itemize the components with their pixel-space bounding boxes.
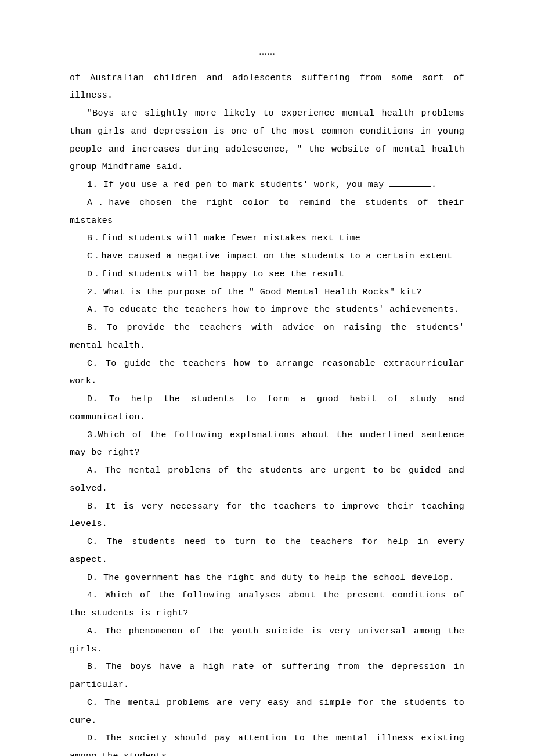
q1-stem-post: .	[431, 180, 436, 190]
q2-option-b: B. To provide the teachers with advice o…	[70, 319, 464, 355]
q1-option-c: C．have caused a negative impact on the s…	[70, 248, 464, 266]
q3-option-d: D. The government has the right and duty…	[70, 570, 464, 588]
q3-option-c: C. The students need to turn to the teac…	[70, 534, 464, 570]
q1-option-b: B．find students will make fewer mistakes…	[70, 230, 464, 248]
q4-option-b: B. The boys have a high rate of sufferin…	[70, 658, 464, 694]
question-4-stem: 4. Which of the following analyses about…	[70, 587, 464, 623]
q1-option-a: A．have chosen the right color to remind …	[70, 195, 464, 231]
q2-option-a: A. To educate the teachers how to improv…	[70, 301, 464, 319]
question-2-stem: 2. What is the purpose of the " Good Men…	[70, 284, 464, 302]
passage-fragment: of Australian children and adolescents s…	[70, 70, 464, 106]
q4-option-d: D. The society should pay attention to t…	[70, 730, 464, 756]
q1-stem-text: 1. If you use a red pen to mark students…	[87, 180, 389, 190]
blank-fill	[389, 179, 431, 188]
q3-option-a: A. The mental problems of the students a…	[70, 462, 464, 498]
passage-quote: "Boys are slightly more likely to experi…	[70, 105, 464, 177]
header-ellipsis: ……	[70, 46, 464, 58]
question-1-stem: 1. If you use a red pen to mark students…	[70, 177, 464, 195]
q1-option-d: D．find students will be happy to see the…	[70, 266, 464, 284]
q4-option-a: A. The phenomenon of the youth suicide i…	[70, 623, 464, 659]
question-3-stem: 3.Which of the following explanations ab…	[70, 427, 464, 463]
q2-option-c: C. To guide the teachers how to arrange …	[70, 355, 464, 391]
document-page: …… of Australian children and adolescent…	[0, 0, 534, 756]
q3-option-b: B. It is very necessary for the teachers…	[70, 498, 464, 534]
q4-option-c: C. The mental problems are very easy and…	[70, 694, 464, 730]
q2-option-d: D. To help the students to form a good h…	[70, 391, 464, 427]
